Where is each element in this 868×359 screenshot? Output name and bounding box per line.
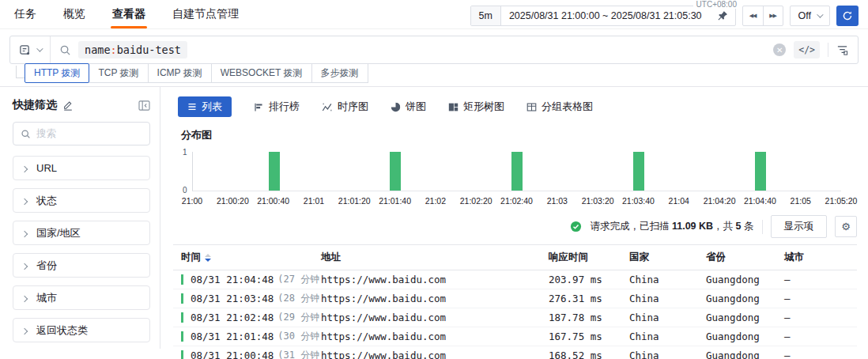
query-input[interactable]: name:baidu-test <box>78 41 187 59</box>
nav-item-overview[interactable]: 概览 <box>62 0 87 28</box>
auto-refresh-value: Off <box>798 10 811 21</box>
sidebar-search-input[interactable] <box>36 128 131 139</box>
tab-tcp-probe[interactable]: TCP 拨测 <box>89 63 148 83</box>
row-response-time: 203.97 ms <box>547 274 628 285</box>
chevron-right-icon <box>21 295 28 301</box>
row-time-ago: (31 分钟前) <box>277 349 319 359</box>
table-row[interactable]: 08/31 21:01:48 (30 分钟前) https://www.baid… <box>173 327 857 346</box>
edit-icon[interactable] <box>62 100 74 111</box>
facet-label: 省份 <box>36 259 57 273</box>
tab-multistep-probe[interactable]: 多步拨测 <box>311 63 368 83</box>
x-axis-tick: 21:04:40 <box>744 196 776 206</box>
x-axis-ticks: 21:0021:00:2021:00:4021:0121:01:2021:01:… <box>192 191 841 207</box>
collapse-panel-icon[interactable] <box>138 100 150 111</box>
row-city: – <box>783 312 857 323</box>
x-axis-tick: 21:05 <box>791 196 811 206</box>
table-row[interactable]: 08/31 21:03:48 (28 分钟前) https://www.baid… <box>173 289 857 308</box>
facet-item[interactable]: 状态 <box>13 188 150 213</box>
auto-refresh-dropdown[interactable]: Off <box>790 6 830 26</box>
step-back-button[interactable]: ◀◀ <box>743 6 763 25</box>
view-tab-grouped-table[interactable]: 分组表格图 <box>526 100 593 114</box>
chart-bar <box>269 152 280 191</box>
refresh-button[interactable] <box>836 6 859 26</box>
divider <box>762 220 763 234</box>
grouped-table-icon <box>526 102 537 112</box>
x-axis-tick: 21:03 <box>547 196 568 206</box>
row-response-time: 276.31 ms <box>547 293 628 304</box>
facet-item[interactable]: 国家/地区 <box>13 221 150 245</box>
view-tab-ranking[interactable]: 排行榜 <box>254 100 300 114</box>
nav-item-tasks[interactable]: 任务 <box>13 0 38 28</box>
x-axis-tick: 21:03:20 <box>582 196 614 206</box>
x-axis-tick: 21:02:40 <box>500 196 533 206</box>
clear-search-icon[interactable]: ✕ <box>773 43 786 56</box>
tab-websocket-probe[interactable]: WEBSOCKET 拨测 <box>211 63 312 83</box>
time-range-value[interactable]: 2025/08/31 21:00:00 ~ 2025/08/31 21:05:3… <box>501 10 710 21</box>
chevron-right-icon <box>21 198 28 204</box>
treemap-icon <box>448 102 459 112</box>
result-status-row: 请求完成，已扫描 11.09 KB，共 5 条 显示项 ⚙ <box>173 215 857 238</box>
x-axis-tick: 21:04:20 <box>704 196 736 206</box>
view-tab-label: 排行榜 <box>269 100 300 114</box>
x-axis-tick: 21:03:40 <box>622 196 655 206</box>
facet-item[interactable]: 城市 <box>13 285 150 310</box>
row-city: – <box>783 274 857 285</box>
filter-settings-icon[interactable] <box>836 44 848 56</box>
chevron-down-icon <box>36 45 43 51</box>
row-url: https://www.baidu.com <box>319 274 547 285</box>
sidebar-search[interactable] <box>13 122 150 145</box>
query-search-bar[interactable]: name:baidu-test ✕ </> <box>9 36 859 64</box>
column-header-url: 地址 <box>319 251 547 264</box>
results-table: 时间 地址 响应时间 国家 省份 城市 08/31 21:04:48 (27 分… <box>173 244 857 359</box>
row-time: 08/31 21:03:48 <box>191 293 274 304</box>
row-response-time: 187.78 ms <box>547 312 628 323</box>
row-city: – <box>783 350 857 359</box>
nav-item-viewer[interactable]: 查看器 <box>111 0 147 28</box>
chart-plot-area: 1 0 <box>192 152 841 191</box>
gear-icon: ⚙ <box>841 221 851 232</box>
row-url: https://www.baidu.com <box>319 350 547 359</box>
quick-filter-sidebar: 快捷筛选 URL 状态 国家/地区 <box>0 87 160 349</box>
chevron-right-icon <box>21 165 28 172</box>
row-time-ago: (28 分钟前) <box>277 292 319 305</box>
tab-icmp-probe[interactable]: ICMP 拨测 <box>148 63 212 83</box>
table-row[interactable]: 08/31 21:04:48 (27 分钟前) https://www.baid… <box>173 270 857 289</box>
quick-range-badge[interactable]: 5m <box>471 6 501 25</box>
search-actions: ✕ </> <box>773 41 858 59</box>
code-mode-icon[interactable]: </> <box>794 41 820 59</box>
chevron-right-icon <box>21 327 28 334</box>
status-indicator-bar <box>181 274 183 285</box>
x-axis-tick: 21:04 <box>669 196 689 206</box>
step-forward-button[interactable]: ▶▶ <box>763 6 783 25</box>
table-settings-button[interactable]: ⚙ <box>835 216 857 237</box>
nav-item-node-management[interactable]: 自建节点管理 <box>171 0 240 28</box>
x-axis-tick: 21:00:20 <box>217 196 249 206</box>
probe-tabs: HTTP 拨测 TCP 拨测 ICMP 拨测 WEBSOCKET 拨测 多步拨测 <box>25 63 368 83</box>
table-row[interactable]: 08/31 21:00:48 (31 分钟前) https://www.baid… <box>173 346 857 359</box>
status-indicator-bar <box>181 350 183 359</box>
pin-icon[interactable] <box>710 10 735 21</box>
row-province: Guangdong <box>704 312 783 323</box>
saved-query-menu[interactable] <box>10 36 51 63</box>
query-value: baidu-test <box>117 43 181 56</box>
tab-http-probe[interactable]: HTTP 拨测 <box>25 63 89 83</box>
view-tab-treemap[interactable]: 矩形树图 <box>448 100 504 114</box>
facet-item[interactable]: 省份 <box>13 253 150 278</box>
view-tab-pie[interactable]: 饼图 <box>391 100 426 114</box>
column-header-city: 城市 <box>783 251 857 264</box>
table-row[interactable]: 08/31 21:02:48 (29 分钟前) https://www.baid… <box>173 308 857 327</box>
display-columns-button[interactable]: 显示项 <box>771 215 828 238</box>
timezone-label: UTC+08:00 <box>693 0 740 9</box>
column-header-time[interactable]: 时间 <box>173 251 319 264</box>
facet-label: 状态 <box>36 194 57 208</box>
scan-status-text: 请求完成，已扫描 11.09 KB，共 5 条 <box>590 220 753 233</box>
facet-item[interactable]: URL <box>13 156 150 180</box>
row-province: Guangdong <box>704 293 783 304</box>
view-tab-timeseries[interactable]: 时序图 <box>322 100 368 114</box>
sort-icon[interactable] <box>205 254 211 262</box>
row-country: China <box>628 312 704 323</box>
facet-item[interactable]: 返回状态类 <box>13 318 150 342</box>
row-province: Guangdong <box>704 331 783 342</box>
view-tab-list[interactable]: 列表 <box>178 96 232 117</box>
row-time-ago: (29 分钟前) <box>277 311 319 324</box>
